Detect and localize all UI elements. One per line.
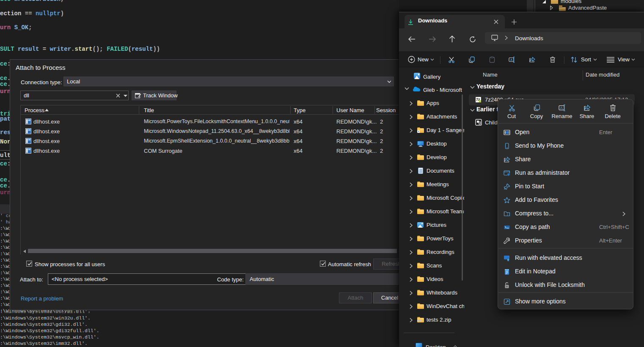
svg-text:A: A: [510, 58, 513, 62]
svg-text:A: A: [560, 106, 563, 110]
